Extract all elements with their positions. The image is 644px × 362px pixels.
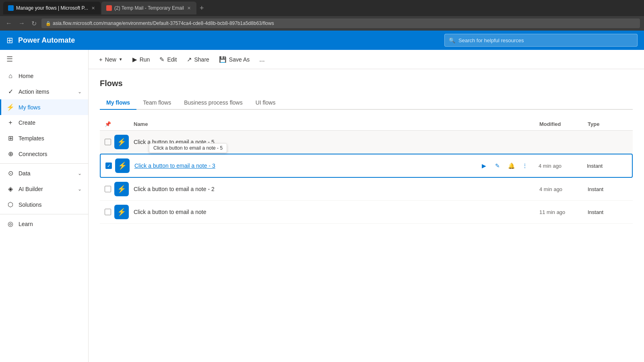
my-flows-icon: ⚡ [6, 103, 14, 111]
browser-tab-2[interactable]: (2) Temp Mail - Temporary Email ✕ [101, 2, 196, 14]
row-checkbox-1[interactable]: ✓ [105, 162, 115, 169]
nav-forward-button[interactable]: → [17, 19, 27, 28]
sidebar-label-ai-builder: AI Builder [19, 186, 74, 192]
edit-icon: ✎ [159, 56, 165, 63]
flow-type-2: Instant [588, 186, 628, 192]
flow-modified-2: 4 min ago [539, 186, 588, 192]
tabs-bar: My flows Team flows Business process flo… [100, 96, 633, 110]
header-name: Name [134, 121, 475, 127]
tab-my-flows[interactable]: My flows [100, 96, 136, 110]
solutions-icon: ⬡ [6, 201, 14, 208]
table-row[interactable]: ⚡ Click a button to email a note - 2 4 m… [100, 178, 633, 201]
more-icon: ... [259, 56, 264, 63]
ai-builder-chevron-icon: ⌄ [78, 186, 82, 192]
search-placeholder: Search for helpful resources [458, 37, 524, 43]
new-tab-button[interactable]: + [197, 4, 206, 12]
sidebar-item-templates[interactable]: ⊞ Templates [0, 130, 88, 146]
sidebar-label-connectors: Connectors [19, 151, 82, 157]
flow-run-button-1[interactable]: ▶ [478, 160, 489, 171]
address-bar[interactable]: 🔒 asia.flow.microsoft.com/manage/environ… [41, 19, 640, 28]
run-button[interactable]: ▶ Run [128, 53, 154, 66]
search-bar[interactable]: 🔍 Search for helpful resources [444, 34, 638, 47]
checkbox-empty-2 [105, 186, 111, 192]
flow-type-1: Instant [587, 163, 627, 169]
waffle-icon[interactable]: ⊞ [6, 35, 13, 45]
sidebar-divider-2 [0, 214, 88, 214]
flow-name-overflow: Click a button to email a note - 5 [134, 139, 215, 145]
sidebar-item-solutions[interactable]: ⬡ Solutions [0, 197, 88, 212]
flow-lightning-icon-2: ⚡ [117, 185, 126, 193]
header-modified: Modified [539, 121, 588, 127]
checkbox-checked-icon: ✓ [105, 162, 112, 169]
learn-icon: ◎ [6, 220, 14, 228]
templates-icon: ⊞ [6, 134, 14, 142]
header-pin: 📌 [105, 121, 114, 127]
sidebar-item-connectors[interactable]: ⊕ Connectors [0, 146, 88, 162]
row-checkbox-2[interactable] [105, 186, 114, 192]
connectors-icon: ⊕ [6, 150, 14, 158]
toolbar: + New ▼ ▶ Run ✎ Edit ↗ Share 💾 Save As .… [89, 50, 644, 69]
new-chevron-icon: ▼ [119, 57, 123, 62]
flow-type-3: Instant [588, 209, 628, 215]
nav-refresh-button[interactable]: ↻ [30, 19, 38, 28]
app-title: Power Automate [18, 36, 75, 45]
browser-tabs: Manage your flows | Microsoft P... ✕ (2)… [3, 0, 206, 16]
data-chevron-icon: ⌄ [78, 171, 82, 176]
nav-back-button[interactable]: ← [4, 19, 14, 28]
flow-name-link-1[interactable]: Click a button to email a note - 3 [134, 162, 215, 169]
sidebar-label-templates: Templates [19, 135, 82, 142]
sidebar-item-create[interactable]: + Create [0, 115, 88, 130]
flow-share-button-1[interactable]: 🔔 [506, 160, 517, 171]
save-as-icon: 💾 [219, 56, 227, 63]
flow-name-cell-3: Click a button to email a note [134, 209, 531, 215]
sidebar-label-action-items: Action items [19, 88, 74, 95]
new-icon: + [99, 56, 103, 63]
flow-icon-2: ⚡ [114, 182, 129, 196]
flow-lightning-icon-1: ⚡ [118, 161, 127, 170]
sidebar-item-action-items[interactable]: ✓ Action items ⌄ [0, 84, 88, 99]
browser-tab-active[interactable]: Manage your flows | Microsoft P... ✕ [3, 2, 101, 14]
checkbox-empty-3 [105, 209, 111, 215]
new-label: New [105, 56, 116, 63]
row-checkbox-3[interactable] [105, 209, 114, 215]
table-row[interactable]: ⚡ Click a button to email a note 11 min … [100, 201, 633, 224]
tab-ui-flows[interactable]: UI flows [249, 96, 282, 110]
edit-button[interactable]: ✎ Edit [155, 53, 181, 66]
flow-lightning-icon-3: ⚡ [117, 208, 126, 216]
new-button[interactable]: + New ▼ [95, 53, 127, 65]
sidebar-item-home[interactable]: ⌂ Home [0, 68, 88, 84]
sidebar-label-create: Create [19, 119, 82, 126]
sidebar-item-learn[interactable]: ◎ Learn [0, 216, 88, 232]
flow-name-2[interactable]: Click a button to email a note - 2 [134, 186, 215, 192]
share-button[interactable]: ↗ Share [183, 53, 213, 66]
data-icon: ⊙ [6, 169, 14, 177]
flow-name-3[interactable]: Click a button to email a note [134, 209, 206, 215]
sidebar-item-ai-builder[interactable]: ◈ AI Builder ⌄ [0, 181, 88, 197]
flow-more-button-1[interactable]: ⋮ [519, 160, 530, 171]
tab-close-2[interactable]: ✕ [186, 5, 192, 12]
sidebar-label-home: Home [19, 73, 82, 79]
save-as-label: Save As [229, 56, 250, 63]
share-label: Share [194, 56, 209, 63]
table-row: ⚡ Click a button to email a note - 5 [100, 131, 633, 154]
more-actions-button[interactable]: ... [255, 53, 268, 66]
save-as-button[interactable]: 💾 Save As [215, 53, 254, 66]
run-icon: ▶ [132, 56, 137, 63]
flow-name-cell-2: Click a button to email a note - 2 [134, 186, 531, 192]
flow-name-cell-1: Click a button to email a note - 3 [134, 162, 478, 169]
sidebar-item-my-flows[interactable]: ⚡ My flows [0, 99, 88, 115]
flow-edit-button-1[interactable]: ✎ [492, 160, 503, 171]
tab-team-flows[interactable]: Team flows [136, 96, 178, 110]
table-row[interactable]: Click a button to email a note - 5 ✓ ⚡ C… [100, 154, 633, 178]
app-bar: ⊞ Power Automate 🔍 Search for helpful re… [0, 31, 644, 50]
table-header: 📌 Name Modified Type [100, 118, 633, 131]
sidebar-label-learn: Learn [19, 221, 82, 227]
sidebar-divider [0, 163, 88, 164]
sidebar-item-data[interactable]: ⊙ Data ⌄ [0, 165, 88, 181]
row-checkbox-overflow[interactable] [105, 139, 114, 145]
tab-close-active[interactable]: ✕ [91, 5, 96, 12]
tab-label-active: Manage your flows | Microsoft P... [16, 5, 88, 11]
flow-name-cell-overflow: Click a button to email a note - 5 [134, 139, 531, 145]
sidebar-collapse-button[interactable]: ☰ [0, 50, 88, 68]
tab-business-process-flows[interactable]: Business process flows [178, 96, 249, 110]
